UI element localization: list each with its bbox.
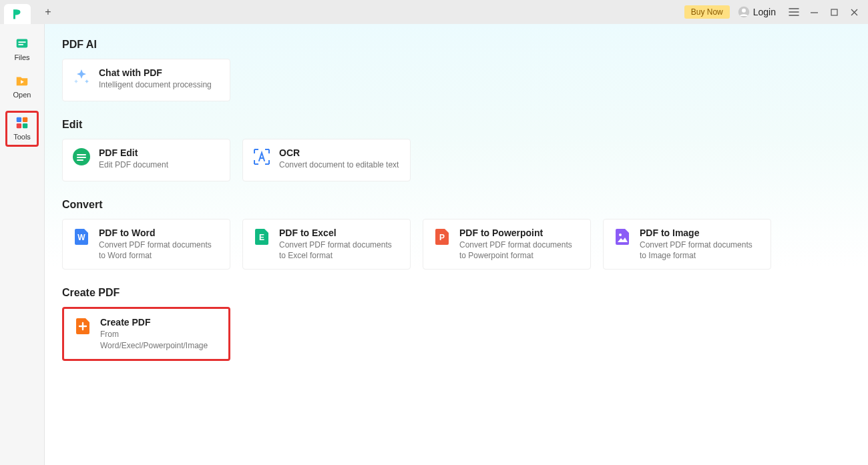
sidebar-item-label: Tools bbox=[13, 133, 31, 141]
avatar-icon bbox=[738, 6, 750, 18]
card-subtitle: From Word/Execl/Powerpoint/Image bbox=[100, 329, 219, 350]
menu-icon bbox=[789, 7, 799, 17]
card-chat-with-pdf[interactable]: Chat with PDF Intelligent document proce… bbox=[62, 59, 230, 101]
card-pdf-to-image[interactable]: PDF to Image Convert PDF format document… bbox=[603, 219, 771, 270]
card-subtitle: Convert PDF format documents to Powerpoi… bbox=[459, 240, 581, 261]
svg-rect-9 bbox=[17, 123, 21, 128]
word-icon: W bbox=[72, 227, 91, 246]
create-pdf-icon bbox=[73, 317, 92, 336]
minimize-icon bbox=[810, 8, 819, 17]
svg-rect-3 bbox=[17, 39, 28, 48]
sidebar-item-label: Files bbox=[14, 53, 29, 61]
card-ocr[interactable]: OCR Convert document to editable text bbox=[242, 139, 411, 181]
card-subtitle: Edit PDF document bbox=[99, 159, 168, 170]
card-pdf-to-powerpoint[interactable]: P PDF to Powerpoint Convert PDF format d… bbox=[423, 219, 591, 270]
excel-icon: E bbox=[252, 227, 271, 246]
card-title: PDF to Image bbox=[640, 227, 761, 238]
open-icon bbox=[15, 73, 29, 88]
section-pdf-ai: PDF AI Chat with PDF Intelligent documen… bbox=[62, 39, 851, 101]
section-title: Convert bbox=[62, 199, 851, 211]
hamburger-menu-button[interactable] bbox=[784, 3, 804, 21]
svg-rect-5 bbox=[19, 44, 23, 45]
image-icon bbox=[613, 227, 632, 246]
card-subtitle: Convert PDF format documents to Image fo… bbox=[640, 240, 761, 261]
files-icon bbox=[15, 36, 29, 51]
card-pdf-to-excel[interactable]: E PDF to Excel Convert PDF format docume… bbox=[242, 219, 411, 270]
close-icon bbox=[850, 8, 859, 17]
svg-text:W: W bbox=[77, 233, 85, 242]
card-subtitle: Convert document to editable text bbox=[279, 159, 399, 170]
new-tab-button[interactable]: + bbox=[39, 3, 57, 21]
card-create-pdf[interactable]: Create PDF From Word/Execl/Powerpoint/Im… bbox=[62, 307, 230, 360]
sidebar-item-label: Open bbox=[13, 91, 31, 99]
app-body: Files Open Tools PDF AI bbox=[0, 24, 868, 465]
titlebar: + Buy Now Login bbox=[0, 0, 868, 24]
maximize-button[interactable] bbox=[824, 3, 844, 21]
sidebar: Files Open Tools bbox=[0, 24, 45, 465]
minimize-button[interactable] bbox=[804, 3, 824, 21]
close-button[interactable] bbox=[844, 3, 864, 21]
login-label: Login bbox=[753, 7, 776, 17]
sidebar-item-open[interactable]: Open bbox=[5, 73, 39, 99]
svg-text:P: P bbox=[439, 233, 445, 242]
section-create: Create PDF Create PDF From Word/Execl/Po… bbox=[62, 287, 851, 360]
card-title: PDF to Excel bbox=[279, 227, 401, 238]
svg-point-1 bbox=[742, 9, 746, 13]
app-logo-icon bbox=[11, 8, 23, 20]
svg-rect-10 bbox=[23, 123, 27, 128]
card-title: PDF Edit bbox=[99, 147, 168, 158]
section-title: Edit bbox=[62, 119, 851, 131]
card-title: PDF to Word bbox=[99, 227, 220, 238]
card-subtitle: Convert PDF format documents to Word for… bbox=[99, 240, 220, 261]
ai-sparkle-icon bbox=[72, 67, 91, 86]
card-subtitle: Intelligent document processing bbox=[99, 79, 212, 90]
card-pdf-to-word[interactable]: W PDF to Word Convert PDF format documen… bbox=[62, 219, 230, 270]
svg-rect-7 bbox=[17, 117, 21, 122]
svg-text:E: E bbox=[259, 233, 264, 242]
card-subtitle: Convert PDF format documents to Excel fo… bbox=[279, 240, 401, 261]
svg-rect-8 bbox=[23, 117, 27, 122]
main-content: PDF AI Chat with PDF Intelligent documen… bbox=[45, 24, 868, 465]
section-convert: Convert W PDF to Word Convert PDF format… bbox=[62, 199, 851, 270]
card-pdf-edit[interactable]: PDF Edit Edit PDF document bbox=[62, 139, 230, 181]
card-title: Chat with PDF bbox=[99, 67, 212, 78]
login-button[interactable]: Login bbox=[738, 6, 776, 18]
sidebar-item-tools[interactable]: Tools bbox=[5, 111, 39, 147]
section-title: Create PDF bbox=[62, 287, 851, 299]
section-title: PDF AI bbox=[62, 39, 851, 51]
card-title: PDF to Powerpoint bbox=[459, 227, 581, 238]
svg-rect-2 bbox=[831, 9, 837, 15]
app-tab[interactable] bbox=[4, 4, 31, 24]
ocr-icon bbox=[252, 147, 271, 166]
svg-point-15 bbox=[619, 234, 622, 236]
powerpoint-icon: P bbox=[433, 227, 451, 246]
tools-icon bbox=[15, 115, 29, 130]
card-title: OCR bbox=[279, 147, 399, 158]
sidebar-item-files[interactable]: Files bbox=[5, 36, 39, 61]
svg-rect-4 bbox=[19, 41, 26, 43]
maximize-icon bbox=[830, 8, 839, 17]
buy-now-button[interactable]: Buy Now bbox=[684, 5, 730, 19]
card-title: Create PDF bbox=[100, 317, 219, 328]
section-edit: Edit PDF Edit Edit PDF document bbox=[62, 119, 851, 181]
pdf-edit-icon bbox=[72, 147, 91, 166]
